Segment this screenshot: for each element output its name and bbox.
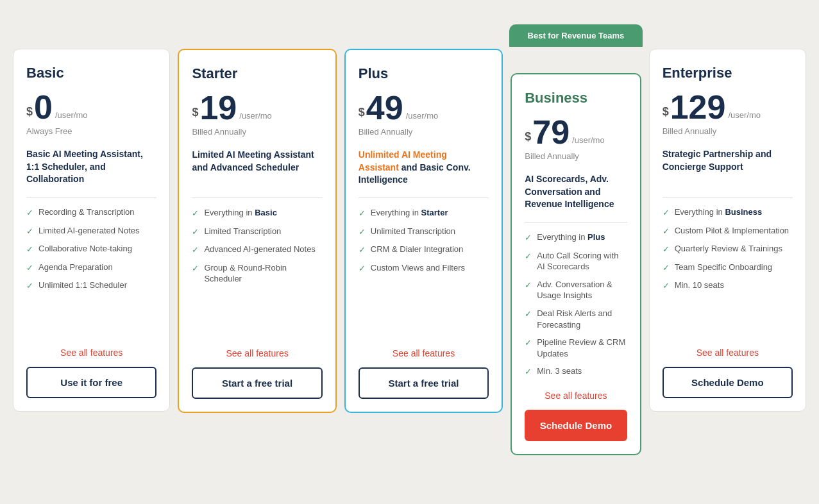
- check-icon: ✓: [192, 226, 199, 238]
- list-item: ✓Collaborative Note-taking: [26, 243, 156, 255]
- cta-business[interactable]: Schedule Demo: [525, 410, 627, 441]
- price-dollar-enterprise: $: [663, 105, 669, 119]
- plan-card-basic: Basic $ 0 /user/mo Always Free Basic AI …: [13, 49, 170, 412]
- best-badge: Best for Revenue Teams: [509, 24, 642, 47]
- check-icon: ✓: [525, 308, 532, 320]
- list-item: ✓Advanced AI-generated Notes: [192, 244, 322, 256]
- check-icon: ✓: [192, 263, 199, 274]
- plan-name-enterprise: Enterprise: [663, 65, 793, 81]
- plan-card-business: Business $ 79 /user/mo Billed Annually A…: [511, 73, 641, 455]
- check-icon: ✓: [26, 280, 33, 292]
- divider-basic: [26, 197, 156, 197]
- list-item: ✓Pipeline Review & CRM Updates: [525, 337, 627, 359]
- list-item: ✓Unlimited Transcription: [359, 226, 489, 238]
- plan-desc-plus: Unlimited AI Meeting Assistant and Basic…: [359, 149, 489, 187]
- price-amount-basic: 0: [34, 90, 53, 124]
- list-item: ✓Min. 3 seats: [525, 365, 627, 378]
- cta-enterprise[interactable]: Schedule Demo: [663, 367, 793, 398]
- check-icon: ✓: [359, 208, 366, 219]
- check-icon: ✓: [525, 337, 532, 349]
- price-amount-starter: 19: [199, 91, 237, 124]
- feature-list-basic: ✓Recording & Transcription ✓Limited AI-g…: [26, 206, 156, 335]
- list-item: ✓Agenda Preparation: [26, 262, 156, 274]
- list-item: ✓Deal Risk Alerts and Forecasting: [525, 308, 627, 330]
- check-icon: ✓: [26, 226, 33, 237]
- plan-name-plus: Plus: [359, 65, 489, 82]
- price-amount-plus: 49: [366, 91, 403, 124]
- feature-list-starter: ✓Everything in Basic ✓Limited Transcript…: [192, 207, 322, 335]
- price-period-starter: /user/mo: [238, 111, 272, 121]
- price-period-business: /user/mo: [571, 135, 605, 145]
- billing-plus: Billed Annually: [359, 127, 489, 139]
- price-period-basic: /user/mo: [54, 110, 88, 120]
- plan-wrapper-business: Best for Revenue Teams Business $ 79 /us…: [511, 49, 641, 455]
- price-row-business: $ 79 /user/mo: [525, 115, 627, 149]
- check-icon: ✓: [663, 262, 670, 274]
- check-icon: ✓: [359, 244, 366, 256]
- see-features-starter[interactable]: See all features: [192, 348, 322, 358]
- cta-plus[interactable]: Start a free trial: [359, 367, 489, 399]
- check-icon: ✓: [525, 232, 532, 244]
- plan-desc-starter: Limited AI Meeting Assistant and Advance…: [192, 149, 322, 187]
- list-item: ✓Limited AI-generated Notes: [26, 225, 156, 237]
- list-item: ✓Team Specific Onboarding: [663, 262, 793, 274]
- list-item: ✓Min. 10 seats: [663, 280, 793, 292]
- list-item: ✓Everything in Business: [663, 206, 793, 219]
- pricing-container: Basic $ 0 /user/mo Always Free Basic AI …: [13, 49, 806, 455]
- list-item: ✓Everything in Basic: [192, 207, 322, 219]
- check-icon: ✓: [525, 366, 532, 378]
- check-icon: ✓: [359, 226, 366, 238]
- list-item: ✓Limited Transcription: [192, 226, 322, 238]
- check-icon: ✓: [663, 280, 670, 292]
- price-row-plus: $ 49 /user/mo: [359, 91, 489, 124]
- feature-list-business: ✓Everything in Plus ✓Auto Call Scoring w…: [525, 231, 627, 377]
- plan-desc-enterprise: Strategic Partnership and Concierge Supp…: [663, 148, 793, 187]
- billing-starter: Billed Annually: [192, 127, 322, 139]
- plan-name-business: Business: [525, 90, 627, 106]
- price-dollar-starter: $: [192, 106, 198, 119]
- billing-business: Billed Annually: [525, 151, 627, 163]
- check-icon: ✓: [663, 244, 670, 255]
- price-period-plus: /user/mo: [405, 111, 439, 121]
- check-icon: ✓: [663, 226, 670, 237]
- plan-card-starter: Starter $ 19 /user/mo Billed Annually Li…: [178, 49, 336, 413]
- price-dollar-basic: $: [26, 105, 33, 119]
- plan-name-starter: Starter: [192, 65, 322, 82]
- see-features-basic[interactable]: See all features: [26, 348, 156, 358]
- check-icon: ✓: [26, 244, 33, 255]
- price-amount-enterprise: 129: [670, 90, 726, 124]
- feature-list-plus: ✓Everything in Starter ✓Unlimited Transc…: [359, 207, 489, 335]
- list-item: ✓Quarterly Review & Trainings: [663, 243, 793, 255]
- list-item: ✓Everything in Starter: [359, 207, 489, 219]
- cta-basic[interactable]: Use it for free: [26, 367, 156, 398]
- price-row-starter: $ 19 /user/mo: [192, 91, 322, 124]
- list-item: ✓Unlimited 1:1 Scheduler: [26, 280, 156, 292]
- list-item: ✓Custom Pilot & Implementation: [663, 225, 793, 237]
- cta-starter[interactable]: Start a free trial: [192, 367, 322, 399]
- check-icon: ✓: [26, 262, 33, 274]
- list-item: ✓Auto Call Scoring with AI Scorecards: [525, 250, 627, 273]
- list-item: ✓Everything in Plus: [525, 231, 627, 244]
- price-period-enterprise: /user/mo: [727, 110, 761, 120]
- price-amount-business: 79: [532, 115, 570, 149]
- plan-desc-business: AI Scorecards, Adv. Conversation and Rev…: [525, 173, 627, 212]
- billing-basic: Always Free: [26, 126, 156, 138]
- price-row-enterprise: $ 129 /user/mo: [663, 90, 793, 124]
- plan-card-enterprise: Enterprise $ 129 /user/mo Billed Annuall…: [649, 49, 806, 412]
- see-features-enterprise[interactable]: See all features: [663, 348, 793, 358]
- check-icon: ✓: [192, 244, 199, 256]
- divider-plus: [359, 197, 489, 198]
- check-icon: ✓: [26, 207, 33, 219]
- list-item: ✓Custom Views and Filters: [359, 262, 489, 274]
- check-icon: ✓: [525, 280, 532, 291]
- list-item: ✓CRM & Dialer Integration: [359, 244, 489, 256]
- check-icon: ✓: [359, 263, 366, 274]
- list-item: ✓Group & Round-Robin Scheduler: [192, 262, 322, 285]
- list-item: ✓Recording & Transcription: [26, 206, 156, 219]
- list-item: ✓Adv. Conversation & Usage Insights: [525, 279, 627, 301]
- price-dollar-plus: $: [359, 106, 365, 119]
- divider-business: [525, 222, 627, 223]
- check-icon: ✓: [663, 207, 670, 219]
- see-features-plus[interactable]: See all features: [359, 348, 489, 358]
- see-features-business[interactable]: See all features: [525, 391, 627, 401]
